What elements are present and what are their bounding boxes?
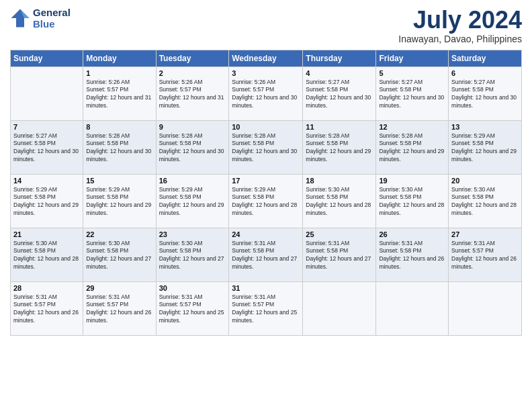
table-row: 14 Sunrise: 5:29 AMSunset: 5:58 PMDaylig… [11, 174, 83, 228]
logo-icon [10, 8, 30, 28]
table-row: 1 Sunrise: 5:26 AMSunset: 5:57 PMDayligh… [83, 66, 156, 120]
title-area: July 2024 Inawayan, Davao, Philippines [398, 7, 522, 44]
logo-text: General Blue [33, 7, 71, 30]
table-row: 29 Sunrise: 5:31 AMSunset: 5:57 PMDaylig… [83, 281, 156, 335]
day-number: 15 [86, 177, 152, 185]
header-wednesday: Wednesday [229, 50, 303, 66]
day-info: Sunrise: 5:30 AMSunset: 5:58 PMDaylight:… [159, 240, 226, 272]
table-row: 10 Sunrise: 5:28 AMSunset: 5:58 PMDaylig… [229, 120, 303, 174]
day-number: 19 [379, 177, 445, 185]
day-number: 9 [159, 123, 226, 131]
day-info: Sunrise: 5:26 AMSunset: 5:57 PMDaylight:… [232, 79, 300, 111]
day-number: 5 [379, 69, 445, 77]
day-info: Sunrise: 5:30 AMSunset: 5:58 PMDaylight:… [451, 186, 519, 218]
day-info: Sunrise: 5:31 AMSunset: 5:58 PMDaylight:… [306, 240, 373, 272]
table-row: 8 Sunrise: 5:28 AMSunset: 5:58 PMDayligh… [83, 120, 156, 174]
day-number: 17 [232, 177, 300, 185]
day-number: 14 [13, 177, 80, 185]
table-row: 4 Sunrise: 5:27 AMSunset: 5:58 PMDayligh… [303, 66, 376, 120]
day-info: Sunrise: 5:31 AMSunset: 5:58 PMDaylight:… [232, 240, 300, 272]
day-info: Sunrise: 5:28 AMSunset: 5:58 PMDaylight:… [306, 132, 373, 165]
header-thursday: Thursday [303, 50, 376, 66]
day-info: Sunrise: 5:27 AMSunset: 5:58 PMDaylight:… [379, 79, 445, 111]
day-info: Sunrise: 5:27 AMSunset: 5:58 PMDaylight:… [13, 132, 80, 165]
day-info: Sunrise: 5:27 AMSunset: 5:58 PMDaylight:… [306, 79, 373, 111]
table-row: 7 Sunrise: 5:27 AMSunset: 5:58 PMDayligh… [11, 120, 83, 174]
table-row: 12 Sunrise: 5:28 AMSunset: 5:58 PMDaylig… [376, 120, 449, 174]
table-row [376, 281, 449, 335]
day-number: 6 [451, 69, 519, 77]
day-info: Sunrise: 5:30 AMSunset: 5:58 PMDaylight:… [379, 186, 445, 218]
day-number: 11 [306, 123, 373, 131]
logo: General Blue [10, 7, 71, 30]
calendar-table: Sunday Monday Tuesday Wednesday Thursday… [10, 50, 522, 336]
day-number: 13 [451, 123, 519, 131]
calendar-header-row: Sunday Monday Tuesday Wednesday Thursday… [11, 50, 522, 66]
calendar-week-1: 1 Sunrise: 5:26 AMSunset: 5:57 PMDayligh… [11, 66, 522, 120]
day-number: 24 [232, 230, 300, 238]
page: General Blue July 2024 Inawayan, Davao, … [0, 0, 532, 411]
day-info: Sunrise: 5:29 AMSunset: 5:58 PMDaylight:… [86, 186, 152, 218]
calendar-week-5: 28 Sunrise: 5:31 AMSunset: 5:57 PMDaylig… [11, 281, 522, 335]
table-row: 18 Sunrise: 5:30 AMSunset: 5:58 PMDaylig… [303, 174, 376, 228]
day-info: Sunrise: 5:29 AMSunset: 5:58 PMDaylight:… [232, 186, 300, 218]
day-info: Sunrise: 5:31 AMSunset: 5:57 PMDaylight:… [86, 293, 152, 326]
location: Inawayan, Davao, Philippines [398, 34, 522, 44]
day-info: Sunrise: 5:28 AMSunset: 5:58 PMDaylight:… [379, 132, 445, 165]
day-number: 10 [232, 123, 300, 131]
day-info: Sunrise: 5:26 AMSunset: 5:57 PMDaylight:… [159, 79, 226, 111]
day-info: Sunrise: 5:28 AMSunset: 5:58 PMDaylight:… [232, 132, 300, 165]
day-number: 23 [159, 230, 226, 238]
day-number: 21 [13, 230, 80, 238]
table-row: 19 Sunrise: 5:30 AMSunset: 5:58 PMDaylig… [376, 174, 449, 228]
table-row: 21 Sunrise: 5:30 AMSunset: 5:58 PMDaylig… [11, 228, 83, 281]
day-info: Sunrise: 5:29 AMSunset: 5:58 PMDaylight:… [159, 186, 226, 218]
table-row: 5 Sunrise: 5:27 AMSunset: 5:58 PMDayligh… [376, 66, 449, 120]
day-number: 25 [306, 230, 373, 238]
day-info: Sunrise: 5:30 AMSunset: 5:58 PMDaylight:… [306, 186, 373, 218]
table-row: 13 Sunrise: 5:29 AMSunset: 5:58 PMDaylig… [449, 120, 522, 174]
table-row [11, 66, 83, 120]
table-row: 22 Sunrise: 5:30 AMSunset: 5:58 PMDaylig… [83, 228, 156, 281]
day-number: 7 [13, 123, 80, 131]
day-info: Sunrise: 5:30 AMSunset: 5:58 PMDaylight:… [86, 240, 152, 272]
day-info: Sunrise: 5:30 AMSunset: 5:58 PMDaylight:… [13, 240, 80, 272]
day-info: Sunrise: 5:31 AMSunset: 5:57 PMDaylight:… [451, 240, 519, 272]
table-row: 28 Sunrise: 5:31 AMSunset: 5:57 PMDaylig… [11, 281, 83, 335]
header-monday: Monday [83, 50, 156, 66]
day-number: 26 [379, 230, 445, 238]
day-number: 20 [451, 177, 519, 185]
day-number: 4 [306, 69, 373, 77]
table-row: 3 Sunrise: 5:26 AMSunset: 5:57 PMDayligh… [229, 66, 303, 120]
header: General Blue July 2024 Inawayan, Davao, … [10, 7, 522, 44]
table-row [303, 281, 376, 335]
table-row: 11 Sunrise: 5:28 AMSunset: 5:58 PMDaylig… [303, 120, 376, 174]
calendar-week-3: 14 Sunrise: 5:29 AMSunset: 5:58 PMDaylig… [11, 174, 522, 228]
day-number: 29 [86, 284, 152, 292]
table-row: 20 Sunrise: 5:30 AMSunset: 5:58 PMDaylig… [449, 174, 522, 228]
table-row: 17 Sunrise: 5:29 AMSunset: 5:58 PMDaylig… [229, 174, 303, 228]
header-sunday: Sunday [11, 50, 83, 66]
table-row: 9 Sunrise: 5:28 AMSunset: 5:58 PMDayligh… [156, 120, 229, 174]
day-number: 22 [86, 230, 152, 238]
table-row: 30 Sunrise: 5:31 AMSunset: 5:57 PMDaylig… [156, 281, 229, 335]
calendar-week-4: 21 Sunrise: 5:30 AMSunset: 5:58 PMDaylig… [11, 228, 522, 281]
table-row: 6 Sunrise: 5:27 AMSunset: 5:58 PMDayligh… [449, 66, 522, 120]
day-number: 2 [159, 69, 226, 77]
day-info: Sunrise: 5:31 AMSunset: 5:57 PMDaylight:… [13, 293, 80, 326]
table-row: 26 Sunrise: 5:31 AMSunset: 5:58 PMDaylig… [376, 228, 449, 281]
day-number: 30 [159, 284, 226, 292]
day-info: Sunrise: 5:29 AMSunset: 5:58 PMDaylight:… [451, 132, 519, 165]
day-info: Sunrise: 5:27 AMSunset: 5:58 PMDaylight:… [451, 79, 519, 111]
calendar-week-2: 7 Sunrise: 5:27 AMSunset: 5:58 PMDayligh… [11, 120, 522, 174]
day-info: Sunrise: 5:26 AMSunset: 5:57 PMDaylight:… [86, 79, 152, 111]
table-row: 23 Sunrise: 5:30 AMSunset: 5:58 PMDaylig… [156, 228, 229, 281]
day-number: 27 [451, 230, 519, 238]
table-row: 16 Sunrise: 5:29 AMSunset: 5:58 PMDaylig… [156, 174, 229, 228]
day-info: Sunrise: 5:28 AMSunset: 5:58 PMDaylight:… [86, 132, 152, 165]
day-info: Sunrise: 5:31 AMSunset: 5:57 PMDaylight:… [159, 293, 226, 326]
day-number: 1 [86, 69, 152, 77]
header-saturday: Saturday [449, 50, 522, 66]
day-number: 8 [86, 123, 152, 131]
table-row: 2 Sunrise: 5:26 AMSunset: 5:57 PMDayligh… [156, 66, 229, 120]
